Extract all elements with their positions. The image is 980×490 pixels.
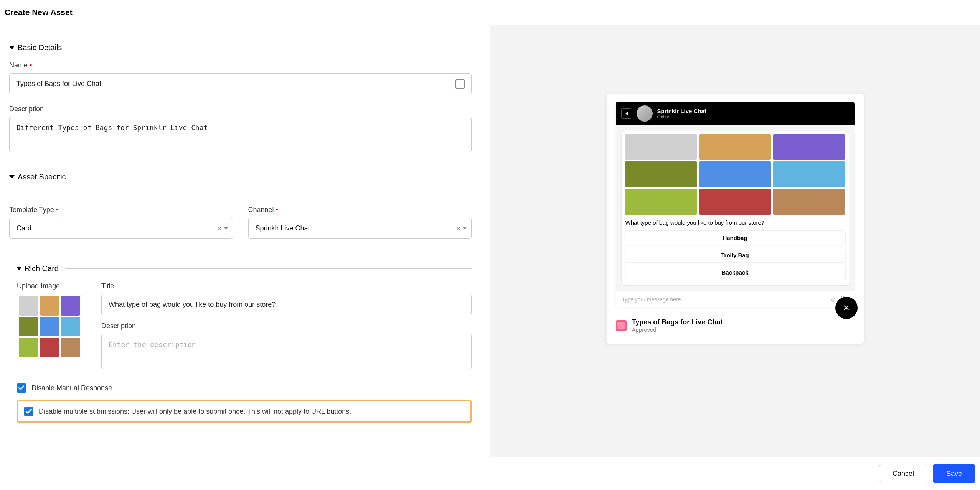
- disable-multiple-row: Disable multiple submissions: User will …: [17, 400, 472, 423]
- list-icon[interactable]: [455, 79, 465, 89]
- chevron-left-icon: [625, 112, 628, 115]
- caret-down-icon[interactable]: [17, 267, 21, 270]
- section-title: Rich Card: [25, 264, 59, 273]
- chat-input-bar: ☺ 📎: [616, 291, 855, 307]
- description-label: Description: [9, 105, 472, 113]
- page-header: Create New Asset: [0, 0, 980, 25]
- divider: [68, 48, 472, 48]
- page-title: Create New Asset: [5, 8, 975, 17]
- title-input[interactable]: [101, 294, 472, 315]
- description-wrap: Different Types of Bags for Sprinklr Liv…: [9, 117, 472, 154]
- name-input-wrap: [9, 73, 472, 94]
- rich-description-label: Description: [101, 322, 472, 330]
- form-pane: Basic Details Name • Description Differe…: [0, 25, 490, 457]
- emoji-icon[interactable]: ☺: [830, 296, 836, 304]
- template-channel-row: Template Type • Card × Channel • Sprinkl…: [9, 206, 472, 239]
- bubble-image: [625, 134, 846, 215]
- quick-reply-option[interactable]: Backpack: [625, 265, 846, 280]
- template-type-value: Card: [16, 224, 31, 232]
- chevron-down-icon[interactable]: [463, 227, 467, 230]
- section-rich-card: Rich Card: [17, 264, 472, 273]
- asset-meta-text: Types of Bags for Live Chat Approved: [632, 318, 723, 333]
- chat-header: Sprinklr Live Chat Online: [616, 102, 855, 125]
- section-basic-details: Basic Details: [9, 43, 472, 52]
- section-asset-specific: Asset Specific: [9, 173, 472, 181]
- preview-card: Sprinklr Live Chat Online What type of b…: [607, 94, 864, 344]
- channel-value: Sprinklr Live Chat: [256, 224, 310, 232]
- close-icon: ×: [843, 302, 849, 314]
- content-area: Basic Details Name • Description Differe…: [0, 25, 980, 457]
- asset-title: Types of Bags for Live Chat: [632, 318, 723, 326]
- asset-status: Approved: [632, 326, 723, 333]
- upload-image-label: Upload Image: [17, 282, 86, 290]
- section-title: Asset Specific: [18, 173, 66, 181]
- channel-select[interactable]: Sprinklr Live Chat ×: [248, 218, 472, 239]
- message-bubble: What type of bag would you like to buy f…: [621, 131, 849, 286]
- quick-reply-option[interactable]: Handbag: [625, 230, 846, 245]
- select-controls: ×: [218, 224, 228, 232]
- avatar: [637, 105, 653, 122]
- caret-down-icon[interactable]: [9, 46, 15, 49]
- footer-bar: Cancel Save: [0, 457, 980, 457]
- divider: [65, 268, 472, 269]
- disable-manual-label: Disable Manual Response: [31, 384, 112, 392]
- rich-fields: Title Description: [101, 282, 472, 371]
- template-type-label: Template Type •: [9, 206, 233, 214]
- channel-label: Channel •: [248, 206, 472, 214]
- clear-icon[interactable]: ×: [218, 224, 222, 232]
- bubble-text: What type of bag would you like to buy f…: [625, 219, 845, 227]
- caret-down-icon[interactable]: [9, 175, 15, 179]
- name-label: Name •: [9, 61, 472, 69]
- rich-description-input[interactable]: [101, 334, 472, 369]
- preview-pane: Sprinklr Live Chat Online What type of b…: [490, 25, 980, 457]
- chat-back-button[interactable]: [621, 108, 632, 119]
- disable-multiple-label: Disable multiple submissions: User will …: [39, 408, 351, 416]
- disable-manual-row: Disable Manual Response: [17, 383, 472, 393]
- disable-manual-checkbox[interactable]: [17, 383, 26, 393]
- clear-icon[interactable]: ×: [456, 224, 460, 232]
- template-type-select[interactable]: Card ×: [9, 218, 233, 239]
- chat-status: Online: [657, 114, 706, 120]
- asset-meta: Types of Bags for Live Chat Approved: [607, 307, 864, 336]
- description-input[interactable]: Different Types of Bags for Sprinklr Liv…: [9, 117, 472, 152]
- upload-image-thumbnail[interactable]: [17, 294, 82, 359]
- chat-title: Sprinklr Live Chat: [657, 108, 706, 114]
- chat-widget: Sprinklr Live Chat Online What type of b…: [616, 102, 855, 307]
- title-label: Title: [101, 282, 472, 290]
- select-controls: ×: [456, 224, 467, 232]
- chat-body: What type of bag would you like to buy f…: [616, 125, 855, 291]
- rich-card-row: Upload Image Title Description: [17, 282, 472, 371]
- quick-reply-option[interactable]: Trolly Bag: [625, 248, 846, 263]
- name-input[interactable]: [9, 73, 472, 94]
- close-chat-button[interactable]: ×: [835, 297, 858, 319]
- chevron-down-icon[interactable]: [224, 227, 228, 230]
- disable-multiple-checkbox[interactable]: [24, 407, 33, 416]
- upload-column: Upload Image: [17, 282, 86, 371]
- section-title: Basic Details: [18, 43, 62, 52]
- chat-message-input[interactable]: [621, 296, 826, 303]
- divider: [72, 177, 472, 177]
- chat-header-text: Sprinklr Live Chat Online: [657, 108, 706, 120]
- asset-icon: [616, 320, 627, 331]
